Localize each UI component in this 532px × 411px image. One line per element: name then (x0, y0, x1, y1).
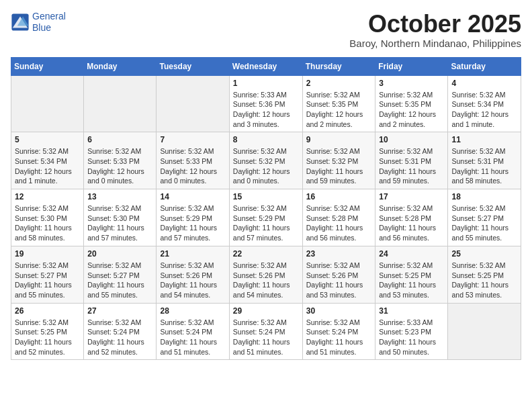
day-number: 11 (451, 135, 517, 144)
day-info-text: Sunset: 5:25 PM (379, 271, 444, 281)
day-info-text: Daylight: 11 hours and 52 minutes. (87, 337, 152, 357)
day-number: 30 (306, 306, 372, 316)
day-number: 3 (379, 79, 444, 88)
col-header-tuesday: Tuesday (157, 57, 229, 75)
day-info-text: Sunrise: 5:32 AM (379, 146, 444, 156)
day-number: 23 (306, 249, 372, 259)
day-info-text: Sunrise: 5:32 AM (160, 146, 225, 156)
day-number: 7 (160, 135, 225, 144)
day-info-text: Sunset: 5:29 PM (160, 214, 225, 224)
calendar-week-row: 19Sunrise: 5:32 AMSunset: 5:27 PMDayligh… (11, 246, 521, 303)
calendar-cell: 28Sunrise: 5:32 AMSunset: 5:24 PMDayligh… (157, 303, 229, 360)
day-number: 18 (451, 192, 517, 201)
calendar-cell (157, 75, 229, 132)
day-info-text: Sunset: 5:35 PM (379, 99, 444, 109)
day-number: 29 (233, 306, 299, 316)
day-info-text: Daylight: 11 hours and 55 minutes. (451, 223, 517, 242)
day-number: 2 (306, 79, 372, 88)
day-info-text: Daylight: 11 hours and 54 minutes. (233, 280, 299, 300)
day-info-text: Sunset: 5:30 PM (87, 214, 152, 224)
calendar-cell: 10Sunrise: 5:32 AMSunset: 5:31 PMDayligh… (375, 132, 448, 189)
day-number: 13 (87, 192, 152, 201)
calendar-cell: 29Sunrise: 5:32 AMSunset: 5:24 PMDayligh… (229, 303, 302, 360)
day-info-text: Sunset: 5:30 PM (15, 214, 80, 224)
day-info-text: Daylight: 11 hours and 56 minutes. (306, 223, 372, 242)
month-title: October 2025 (349, 11, 521, 38)
day-info-text: Sunset: 5:26 PM (160, 271, 225, 281)
day-info-text: Daylight: 11 hours and 58 minutes. (15, 223, 80, 242)
calendar-cell: 30Sunrise: 5:32 AMSunset: 5:24 PMDayligh… (302, 303, 375, 360)
day-info-text: Daylight: 11 hours and 56 minutes. (379, 223, 444, 242)
day-info-text: Sunrise: 5:32 AM (15, 318, 80, 328)
calendar-cell: 20Sunrise: 5:32 AMSunset: 5:27 PMDayligh… (84, 246, 157, 303)
day-number: 22 (233, 249, 299, 259)
day-info-text: Sunset: 5:24 PM (233, 327, 299, 337)
calendar-cell: 13Sunrise: 5:32 AMSunset: 5:30 PMDayligh… (84, 189, 157, 246)
calendar-week-row: 12Sunrise: 5:32 AMSunset: 5:30 PMDayligh… (11, 189, 521, 246)
day-number: 27 (87, 306, 152, 316)
day-info-text: Sunrise: 5:32 AM (233, 203, 299, 214)
day-info-text: Daylight: 11 hours and 51 minutes. (233, 337, 299, 357)
day-info-text: Sunset: 5:25 PM (15, 327, 80, 337)
day-info-text: Sunrise: 5:32 AM (233, 318, 299, 328)
day-info-text: Sunrise: 5:32 AM (87, 203, 152, 214)
day-number: 20 (87, 249, 152, 259)
calendar-week-row: 26Sunrise: 5:32 AMSunset: 5:25 PMDayligh… (11, 303, 521, 360)
day-info-text: Daylight: 12 hours and 2 minutes. (306, 109, 372, 129)
day-info-text: Sunset: 5:28 PM (306, 214, 372, 224)
day-info-text: Daylight: 11 hours and 53 minutes. (306, 280, 372, 300)
day-info-text: Sunset: 5:24 PM (160, 327, 225, 337)
day-info-text: Sunrise: 5:33 AM (379, 318, 444, 328)
calendar-cell: 5Sunrise: 5:32 AMSunset: 5:34 PMDaylight… (11, 132, 84, 189)
day-info-text: Sunrise: 5:32 AM (87, 318, 152, 328)
calendar-cell: 2Sunrise: 5:32 AMSunset: 5:35 PMDaylight… (302, 75, 375, 132)
day-number: 19 (15, 249, 80, 259)
calendar-week-row: 5Sunrise: 5:32 AMSunset: 5:34 PMDaylight… (11, 132, 521, 189)
day-info-text: Sunset: 5:31 PM (379, 156, 444, 167)
day-info-text: Sunrise: 5:32 AM (15, 261, 80, 271)
calendar-week-row: 1Sunrise: 5:33 AMSunset: 5:36 PMDaylight… (11, 75, 521, 132)
day-info-text: Sunset: 5:36 PM (233, 99, 299, 109)
day-number: 8 (233, 135, 299, 144)
day-info-text: Sunrise: 5:32 AM (233, 261, 299, 271)
day-info-text: Sunset: 5:25 PM (451, 271, 517, 281)
day-number: 14 (160, 192, 225, 201)
day-info-text: Sunset: 5:27 PM (451, 214, 517, 224)
day-info-text: Daylight: 11 hours and 59 minutes. (306, 167, 372, 186)
calendar-cell: 26Sunrise: 5:32 AMSunset: 5:25 PMDayligh… (11, 303, 84, 360)
day-info-text: Daylight: 11 hours and 53 minutes. (379, 280, 444, 300)
day-info-text: Sunset: 5:27 PM (15, 271, 80, 281)
day-number: 26 (15, 306, 80, 316)
day-info-text: Sunrise: 5:32 AM (160, 318, 225, 328)
day-info-text: Sunrise: 5:33 AM (233, 90, 299, 100)
calendar-cell: 23Sunrise: 5:32 AMSunset: 5:26 PMDayligh… (302, 246, 375, 303)
day-info-text: Sunset: 5:35 PM (306, 99, 372, 109)
day-number: 24 (379, 249, 444, 259)
col-header-monday: Monday (84, 57, 157, 75)
title-block: October 2025 Baroy, Northern Mindanao, P… (349, 11, 521, 49)
day-info-text: Sunset: 5:24 PM (87, 327, 152, 337)
day-number: 25 (451, 249, 517, 259)
day-info-text: Sunset: 5:34 PM (15, 156, 80, 167)
calendar-cell: 8Sunrise: 5:32 AMSunset: 5:32 PMDaylight… (229, 132, 302, 189)
day-info-text: Daylight: 12 hours and 2 minutes. (379, 109, 444, 129)
day-info-text: Daylight: 11 hours and 57 minutes. (233, 223, 299, 242)
calendar-header-row: SundayMondayTuesdayWednesdayThursdayFrid… (11, 57, 521, 75)
calendar-cell (11, 75, 84, 132)
day-info-text: Sunset: 5:31 PM (451, 156, 517, 167)
day-info-text: Daylight: 11 hours and 57 minutes. (87, 223, 152, 242)
calendar-cell: 11Sunrise: 5:32 AMSunset: 5:31 PMDayligh… (448, 132, 521, 189)
day-info-text: Sunrise: 5:32 AM (451, 203, 517, 214)
day-info-text: Sunrise: 5:32 AM (306, 146, 372, 156)
location: Baroy, Northern Mindanao, Philippines (349, 38, 521, 49)
day-info-text: Sunset: 5:26 PM (233, 271, 299, 281)
calendar-cell: 22Sunrise: 5:32 AMSunset: 5:26 PMDayligh… (229, 246, 302, 303)
day-info-text: Daylight: 11 hours and 51 minutes. (306, 337, 372, 357)
col-header-wednesday: Wednesday (229, 57, 302, 75)
day-number: 17 (379, 192, 444, 201)
day-info-text: Sunset: 5:33 PM (160, 156, 225, 167)
day-number: 31 (379, 306, 444, 316)
day-info-text: Sunrise: 5:32 AM (379, 261, 444, 271)
day-info-text: Daylight: 11 hours and 55 minutes. (15, 280, 80, 300)
day-number: 12 (15, 192, 80, 201)
